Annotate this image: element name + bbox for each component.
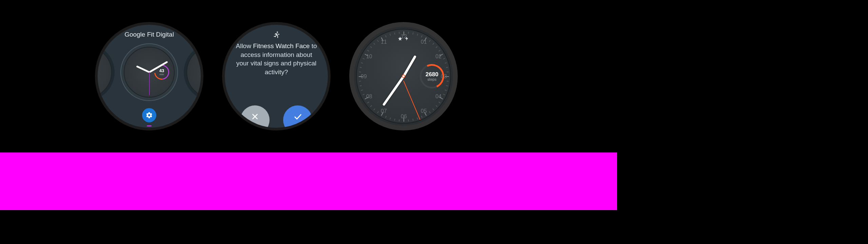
tick-mark (370, 105, 372, 107)
tick-mark (361, 89, 363, 91)
tick-mark (394, 33, 395, 35)
tick-mark (373, 43, 375, 45)
tick-mark (446, 85, 448, 86)
hour-numeral: 04 (433, 94, 443, 100)
hour-numeral: 01 (419, 39, 429, 45)
tick-mark (385, 116, 387, 118)
tick-mark (429, 111, 431, 113)
tick-mark (429, 40, 431, 42)
tick-mark (436, 105, 438, 107)
watch-face-dial: 43 min (124, 47, 175, 98)
watch-face-dial (186, 46, 203, 98)
watch-face-preview-prev[interactable] (95, 43, 115, 101)
center-pin (402, 75, 405, 78)
gear-icon (145, 111, 153, 119)
tick-mark (390, 34, 391, 36)
tick-mark (360, 85, 362, 86)
hour-numeral: 07 (379, 108, 389, 114)
close-icon (251, 112, 259, 121)
tick-mark (399, 119, 400, 121)
settings-button[interactable] (142, 108, 156, 122)
magenta-background-strip (0, 152, 617, 210)
second-hand (149, 72, 150, 95)
tick-mark (412, 33, 413, 35)
hour-hand (402, 55, 416, 77)
tick-mark (373, 108, 375, 110)
watch-dial: 120102030405060708091011 2680 steps (356, 29, 451, 124)
tick-mark (394, 119, 395, 121)
hour-hand (136, 65, 150, 73)
tick-mark (417, 117, 418, 119)
tick-mark (446, 67, 448, 68)
watch-face-picker-screen: Google Fit Digital 43 min (95, 22, 203, 130)
tick-mark (432, 43, 434, 45)
svg-point-0 (277, 32, 278, 33)
watch-row: Google Fit Digital 43 min (95, 22, 458, 130)
check-icon (293, 112, 302, 121)
progress-ring-icon (420, 64, 444, 88)
tick-mark (436, 46, 438, 48)
minute-hand (382, 76, 405, 106)
status-bar (398, 36, 409, 41)
hour-numeral: 09 (359, 74, 369, 80)
tick-mark (421, 116, 422, 118)
tick-mark (447, 81, 449, 82)
tick-mark (417, 34, 418, 36)
tick-mark (370, 46, 372, 48)
live-watch-face-screen: 120102030405060708091011 2680 steps (349, 22, 458, 130)
tick-mark (438, 50, 440, 52)
hour-numeral: 11 (379, 39, 389, 45)
watch-face-carousel[interactable]: 43 min (98, 43, 201, 101)
tick-mark (412, 119, 413, 121)
tick-mark (447, 72, 449, 73)
charging-icon (405, 36, 409, 41)
watch-face-preview-next[interactable] (184, 43, 203, 101)
tick-mark (361, 62, 363, 64)
tick-mark (432, 108, 434, 110)
star-icon (398, 36, 402, 41)
page-indicator (147, 125, 152, 126)
allow-button[interactable] (283, 105, 312, 130)
permission-prompt-text: Allow Fitness Watch Face to access infor… (235, 42, 318, 77)
tick-mark (445, 62, 447, 64)
running-icon (272, 31, 280, 40)
tick-mark (359, 72, 361, 73)
hour-numeral: 06 (399, 114, 409, 120)
hour-numeral: 02 (433, 54, 443, 60)
tick-mark (421, 35, 422, 37)
deny-button[interactable] (240, 105, 270, 130)
tick-mark (385, 35, 387, 37)
tick-mark (445, 89, 447, 91)
tick-mark (408, 119, 409, 121)
steps-subdial[interactable]: 2680 steps (420, 64, 444, 88)
prompt-prefix: Allow (236, 42, 253, 49)
tick-mark (367, 102, 369, 103)
tick-mark (438, 102, 440, 103)
hour-numeral: 10 (364, 54, 374, 60)
tick-mark (367, 50, 369, 52)
tick-mark (390, 117, 391, 119)
permission-dialog-screen: Allow Fitness Watch Face to access infor… (222, 22, 331, 130)
hour-numeral: 05 (419, 108, 429, 114)
watch-face-preview-current[interactable]: 43 min (120, 43, 178, 101)
prompt-app-name: Fitness Watch Face (253, 42, 310, 49)
hour-numeral: 08 (364, 94, 374, 100)
tick-mark (359, 81, 361, 82)
watch-face-title: Google Fit Digital (98, 31, 201, 38)
tick-mark (360, 67, 362, 68)
watch-face-dial (95, 46, 112, 98)
